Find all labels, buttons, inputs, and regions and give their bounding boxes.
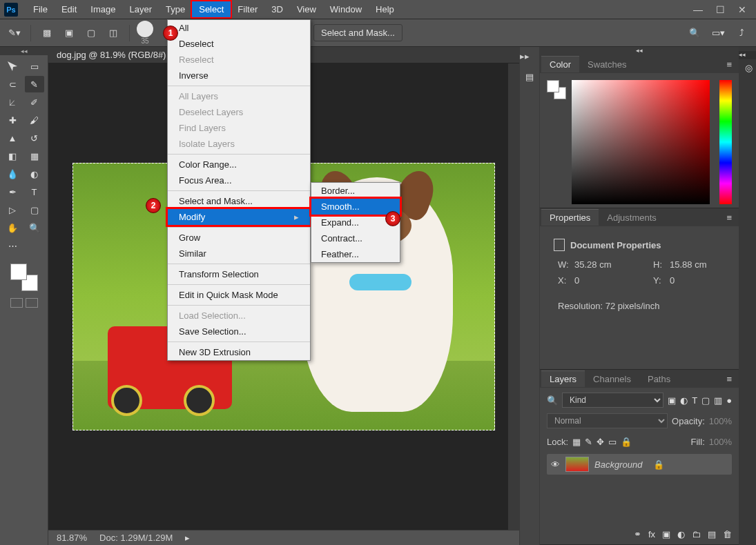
quick-selection-tool[interactable]: ✎: [25, 76, 44, 92]
cc-expand-tab[interactable]: ◂◂: [739, 51, 756, 59]
link-layers-icon[interactable]: ⚭: [634, 529, 641, 539]
menu-item-modify[interactable]: Modify▸: [168, 209, 310, 225]
healing-tool[interactable]: ✚: [3, 112, 22, 128]
eyedropper-tool[interactable]: ✐: [25, 94, 44, 110]
lock-all-icon[interactable]: 🔒: [621, 437, 632, 447]
select-and-mask-button[interactable]: Select and Mask...: [313, 24, 403, 41]
crop-tool[interactable]: ⟀: [3, 94, 22, 110]
lock-paint-icon[interactable]: ✎: [585, 437, 592, 447]
menu-item-select-and-mask-[interactable]: Select and Mask...: [168, 193, 310, 209]
color-saturation-field[interactable]: [572, 80, 710, 204]
submenu-item-feather-[interactable]: Feather...: [311, 246, 400, 262]
lock-artboard-icon[interactable]: ▭: [608, 437, 617, 447]
panel-expand-tab[interactable]: ◂◂: [540, 47, 739, 55]
dock-expand-tab[interactable]: ▸▸: [520, 51, 539, 61]
gradient-tool[interactable]: ▦: [25, 148, 44, 164]
menu-edit[interactable]: Edit: [55, 1, 84, 17]
dodge-tool[interactable]: ◐: [25, 166, 44, 182]
properties-panel-menu-icon[interactable]: ≡: [721, 212, 737, 223]
zoom-tool[interactable]: 🔍: [25, 219, 44, 236]
layer-filter-select[interactable]: Kind: [562, 393, 663, 408]
artboard-tool[interactable]: ▭: [25, 58, 44, 75]
pen-tool[interactable]: ✒: [3, 184, 22, 200]
toolbox-expand-tab[interactable]: ◂◂: [0, 47, 48, 55]
menu-item-inverse[interactable]: Inverse: [168, 68, 310, 83]
shape-tool[interactable]: ▢: [25, 201, 44, 218]
close-button[interactable]: ✕: [733, 3, 752, 17]
filter-image-icon[interactable]: ▣: [668, 395, 676, 406]
color-tab[interactable]: Color: [541, 56, 579, 72]
paths-tab[interactable]: Paths: [639, 371, 679, 387]
filter-toggle-icon[interactable]: ●: [726, 395, 732, 406]
foreground-background-colors[interactable]: [10, 264, 38, 291]
path-selection-tool[interactable]: ▷: [3, 201, 22, 218]
history-brush-tool[interactable]: ↺: [25, 130, 44, 146]
new-layer-icon[interactable]: ▤: [708, 529, 716, 539]
layer-mask-icon[interactable]: ▣: [662, 529, 670, 539]
submenu-item-border-[interactable]: Border...: [311, 183, 400, 199]
menu-image[interactable]: Image: [84, 1, 122, 17]
add-selection-icon[interactable]: ▣: [60, 24, 78, 42]
brush-tool[interactable]: 🖌: [25, 112, 44, 128]
color-panel-menu-icon[interactable]: ≡: [721, 59, 737, 70]
vertical-scrollbar[interactable]: [508, 63, 519, 530]
menu-view[interactable]: View: [290, 1, 323, 17]
filter-adjust-icon[interactable]: ◐: [680, 395, 688, 406]
doc-size[interactable]: Doc: 1.29M/1.29M: [99, 533, 173, 543]
subtract-selection-icon[interactable]: ▢: [82, 24, 100, 42]
menu-item-deselect[interactable]: Deselect: [168, 36, 310, 52]
workspace-icon[interactable]: ▭▾: [709, 24, 727, 42]
menu-item-similar[interactable]: Similar: [168, 246, 310, 261]
layer-style-icon[interactable]: fx: [648, 529, 655, 539]
lock-position-icon[interactable]: ✥: [597, 437, 604, 447]
type-tool[interactable]: T: [25, 184, 44, 200]
menu-file[interactable]: File: [26, 1, 55, 17]
color-fgbg[interactable]: [547, 80, 566, 99]
layers-tab[interactable]: Layers: [541, 370, 585, 387]
eraser-tool[interactable]: ◧: [3, 148, 22, 164]
adjustments-tab[interactable]: Adjustments: [599, 210, 665, 226]
stamp-tool[interactable]: ▲: [3, 130, 22, 146]
menu-item-save-selection-[interactable]: Save Selection...: [168, 324, 310, 339]
mask-mode-icon[interactable]: [26, 298, 38, 308]
layer-background[interactable]: 👁 Background 🔒: [547, 454, 732, 475]
visibility-icon[interactable]: 👁: [551, 459, 560, 470]
menu-filter[interactable]: Filter: [231, 1, 264, 17]
intersect-selection-icon[interactable]: ◫: [104, 24, 122, 42]
menu-item-new-3d-extrusion[interactable]: New 3D Extrusion: [168, 344, 310, 360]
hand-tool[interactable]: ✋: [3, 219, 22, 236]
adjustment-layer-icon[interactable]: ◐: [677, 529, 685, 539]
filter-type-icon[interactable]: T: [692, 395, 697, 406]
menu-window[interactable]: Window: [323, 1, 369, 17]
blend-mode-select[interactable]: Normal: [547, 413, 668, 428]
menu-item-transform-selection[interactable]: Transform Selection: [168, 266, 310, 282]
maximize-button[interactable]: ☐: [710, 3, 730, 17]
menu-item-grow[interactable]: Grow: [168, 230, 310, 246]
minimize-button[interactable]: —: [688, 3, 708, 17]
menu-item-color-range-[interactable]: Color Range...: [168, 157, 310, 172]
standard-mode-icon[interactable]: [10, 298, 23, 308]
history-panel-icon[interactable]: ▤: [520, 68, 539, 85]
layer-group-icon[interactable]: 🗀: [692, 529, 701, 539]
filter-shape-icon[interactable]: ▢: [701, 395, 710, 406]
fill-value[interactable]: 100%: [709, 437, 732, 447]
layers-panel-menu-icon[interactable]: ≡: [721, 374, 737, 384]
lock-transparency-icon[interactable]: ▦: [572, 437, 581, 447]
lasso-tool[interactable]: ⊂: [3, 76, 22, 92]
menu-type[interactable]: Type: [159, 1, 192, 17]
new-selection-icon[interactable]: ▩: [38, 24, 56, 42]
filter-smart-icon[interactable]: ▥: [714, 395, 722, 406]
submenu-item-smooth-[interactable]: Smooth...: [311, 199, 400, 215]
submenu-item-contract-[interactable]: Contract...: [311, 230, 400, 246]
brush-preview[interactable]: [137, 21, 153, 37]
menu-item-edit-in-quick-mask-mode[interactable]: Edit in Quick Mask Mode: [168, 287, 310, 303]
menu-3d[interactable]: 3D: [264, 1, 290, 17]
blur-tool[interactable]: 💧: [3, 166, 22, 182]
menu-help[interactable]: Help: [369, 1, 401, 17]
share-icon[interactable]: ⤴: [733, 24, 750, 42]
move-tool[interactable]: [3, 58, 22, 75]
opacity-value[interactable]: 100%: [709, 416, 732, 426]
color-hue-slider[interactable]: [719, 80, 732, 204]
search-icon[interactable]: 🔍: [686, 24, 704, 42]
zoom-level[interactable]: 81.87%: [57, 533, 87, 543]
